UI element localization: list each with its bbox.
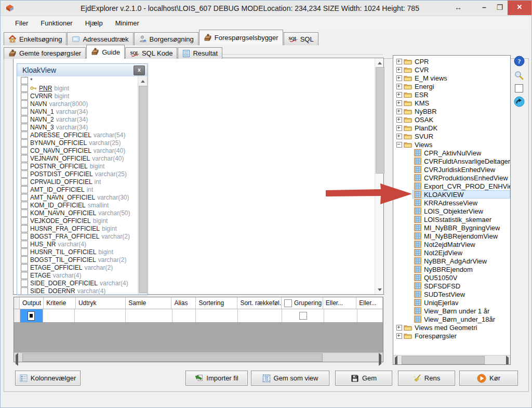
field-list-scrollbar[interactable] — [138, 76, 147, 294]
field-checkbox[interactable] — [21, 163, 28, 170]
field-row[interactable]: BOGST_TIL_OFFICIELvarchar(2) — [17, 256, 138, 264]
kolonnev-lger-button[interactable]: Kolonnevælger — [15, 371, 81, 386]
importer-fil-button[interactable]: Importer fil — [185, 371, 248, 386]
grid-cell-eller[interactable] — [324, 309, 357, 322]
resize-icon[interactable]: ↔ — [450, 1, 466, 15]
grid-col-udtryk[interactable]: Udtryk — [76, 297, 126, 309]
expand-plus-icon[interactable] — [396, 67, 402, 73]
field-checkbox[interactable] — [21, 241, 28, 248]
field-row[interactable]: POSTNR_OFFICIELbigint — [17, 162, 138, 170]
expand-plus-icon[interactable] — [396, 134, 402, 139]
grid-cell-sortering[interactable] — [196, 309, 238, 322]
field-row[interactable]: CPRVALID_OFFICIELint — [17, 178, 138, 186]
scroll-right-icon[interactable] — [506, 358, 509, 365]
output-checked-cell[interactable] — [28, 311, 35, 321]
tab-borgers-gning[interactable]: oBorgersøgning — [134, 32, 198, 45]
grid-col-grupering[interactable]: Grupering — [282, 297, 323, 309]
field-row[interactable]: PNRbigint — [17, 84, 138, 92]
expand-plus-icon[interactable] — [396, 117, 402, 123]
tree-item-uniqejerlav[interactable]: UniqEjerlav — [393, 298, 510, 307]
field-row[interactable]: HUSNR_FRA_OFFICIELbigint — [17, 225, 138, 232]
field-checkbox[interactable] — [21, 194, 28, 201]
field-checkbox[interactable] — [21, 93, 28, 100]
tree-item-not2ejdmatrview[interactable]: Not2ejdMatrView — [393, 240, 510, 248]
expand-plus-icon[interactable] — [396, 100, 402, 106]
field-row[interactable]: BOGST_FRA_OFFICIELvarchar(2) — [17, 232, 138, 240]
field-row[interactable]: VEJKODE_OFFICIELbigint — [17, 217, 138, 225]
expand-plus-icon[interactable] — [396, 84, 402, 89]
tree-hscrollbar[interactable] — [393, 355, 510, 364]
field-checkbox[interactable] — [21, 272, 28, 279]
scroll-up-icon[interactable] — [138, 77, 147, 85]
tree-item-krradresseview[interactable]: KRRAdresseView — [393, 199, 510, 207]
expand-plus-icon[interactable] — [396, 75, 402, 81]
tree-item-sdfsdfsd[interactable]: SDFSDFSD — [393, 282, 510, 290]
grid-cell-kriterie[interactable] — [43, 309, 75, 322]
field-row[interactable]: VEJNAVN_OFFICIELvarchar(40) — [17, 154, 138, 162]
grid-hscrollbar[interactable] — [14, 352, 383, 362]
field-checkbox[interactable] — [21, 77, 28, 84]
expand-plus-icon[interactable] — [396, 92, 402, 98]
tree-item-export-cvr-prod-enhview[interactable]: Export_CVR_PROD_ENHView — [393, 182, 510, 190]
field-checkbox[interactable] — [21, 256, 28, 264]
grid-cell-sort-r-kkef-l[interactable] — [238, 309, 283, 322]
canvas-scrollbar[interactable] — [375, 58, 383, 294]
tree-item-mi-nybbrejendomview[interactable]: MI_NyBBRejendomView — [393, 232, 510, 240]
grupering-header-checkbox[interactable] — [284, 299, 292, 307]
field-row[interactable]: NAVN_2varchar(34) — [17, 115, 138, 123]
tree-item-views[interactable]: Views — [393, 140, 510, 149]
rens-button[interactable]: Rens — [398, 371, 455, 386]
field-row[interactable]: KOM_ID_OFFICIELsmallint — [17, 201, 138, 209]
field-checkbox[interactable] — [21, 225, 28, 232]
tree-item-not2ejdview[interactable]: Not2EjdView — [393, 248, 510, 257]
grid-col-samle[interactable]: Samle — [126, 297, 171, 309]
field-checkbox[interactable] — [21, 178, 28, 186]
k-r-button[interactable]: Kør — [459, 371, 518, 386]
field-row[interactable]: ETAGE_OFFICIELvarchar(2) — [17, 264, 138, 271]
field-checkbox[interactable] — [21, 287, 28, 295]
side-checkbox[interactable] — [515, 84, 523, 93]
field-checkbox[interactable] — [21, 248, 28, 256]
tree-item-foresp-rgsler[interactable]: Forespørgsler — [393, 332, 510, 340]
tab-foresp-rgselsbygger[interactable]: Forespørgselsbygger — [199, 30, 283, 45]
scroll-thumb[interactable] — [139, 86, 148, 293]
grid-col-eller[interactable]: Eller... — [323, 297, 356, 309]
field-checkbox[interactable] — [21, 116, 28, 123]
field-checkbox[interactable] — [21, 233, 28, 240]
expand-plus-icon[interactable] — [396, 125, 402, 131]
field-checkbox[interactable] — [21, 108, 28, 115]
search-icon[interactable] — [514, 70, 524, 81]
grid-col-alias[interactable]: Alias — [171, 297, 196, 309]
menu-item-hj-lp[interactable]: Hjælp — [79, 18, 109, 29]
scroll-thumb[interactable] — [22, 353, 323, 362]
tree-item-lois-objekterview[interactable]: LOIS_ObjekterView — [393, 207, 510, 215]
close-button[interactable]: ✕ — [508, 1, 531, 15]
menu-item-funktioner[interactable]: Funktioner — [34, 18, 78, 29]
scroll-thumb[interactable] — [376, 67, 384, 174]
subtab-guide[interactable]: Guide — [86, 45, 125, 59]
tree-item-kloakview[interactable]: KLOAKVIEW — [393, 190, 510, 199]
field-checkbox[interactable] — [21, 170, 28, 178]
subtab-sql-kode[interactable]: SQLSQL Kode — [125, 47, 178, 59]
field-row[interactable]: SIDE_DOERNRvarchar(4) — [17, 287, 138, 294]
field-checkbox[interactable] — [21, 100, 28, 108]
field-row[interactable]: NAVNvarchar(8000) — [17, 100, 138, 108]
field-row[interactable]: AMT_ID_OFFICIELint — [17, 186, 138, 193]
tab-adresseudtr-k[interactable]: Adresseudtræk — [67, 32, 133, 45]
grupering-row-checkbox[interactable] — [299, 312, 307, 320]
field-checkbox[interactable] — [21, 202, 28, 209]
tree-item-view-b-rn-under-1-r[interactable]: View_Børn under 1 år — [393, 307, 510, 315]
field-checkbox[interactable] — [21, 209, 28, 217]
subtab-resultat[interactable]: Resultat — [178, 47, 222, 59]
minimize-button[interactable]: – — [476, 1, 492, 15]
field-checkbox[interactable] — [21, 280, 28, 287]
expand-plus-icon[interactable] — [396, 333, 402, 339]
field-checkbox[interactable] — [21, 124, 28, 131]
field-row[interactable]: ETAGEvarchar(4) — [17, 271, 138, 279]
grid-cell-eller[interactable] — [357, 309, 383, 322]
tree-item-cvr[interactable]: CVR — [393, 65, 510, 74]
tab-enkelts-gning[interactable]: Enkeltsøgning — [4, 32, 66, 45]
grid-col-sort-r-kkef-l[interactable]: Sort. rækkeføl... — [237, 297, 282, 309]
field-checkbox[interactable] — [21, 186, 28, 193]
field-row[interactable]: * — [17, 76, 138, 84]
